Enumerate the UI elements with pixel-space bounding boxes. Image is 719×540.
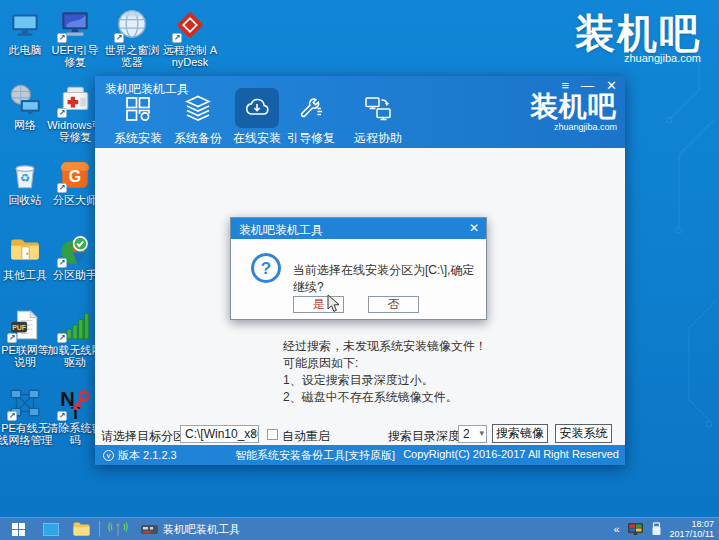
partition-label: 请选择目标分区:	[101, 428, 188, 445]
uefi-repair-icon: ↗	[58, 8, 92, 42]
status-bar: v 版本 2.1.2.3 智能系统安装备份工具[支持原版] CopyRight(…	[95, 445, 625, 465]
partition-pie-icon: ↗	[58, 233, 92, 267]
wrench-icon	[289, 88, 333, 128]
partition-select[interactable]: C:\[Win10_x86	[180, 425, 259, 443]
cloud-download-icon	[235, 88, 279, 128]
app-icon	[141, 523, 158, 536]
shortcut-arrow-icon: ↗	[7, 333, 17, 343]
product-text: 智能系统安装备份工具[支持原版]	[235, 448, 395, 463]
dialog-message: 当前选择在线安装分区为[C:\],确定继续?	[293, 262, 478, 296]
desktop-icon-pe-network-manage[interactable]: ↗ PE有线无线网络管理	[0, 386, 53, 446]
copyright-text: CopyRight(C) 2016-2017 All Right Reserve…	[403, 448, 619, 463]
version-text: 版本 2.1.2.3	[118, 448, 177, 463]
shortcut-arrow-icon: ↗	[57, 411, 67, 421]
shortcut-arrow-icon: ↗	[57, 183, 67, 193]
nav-boot-repair[interactable]: 引导修复	[281, 88, 341, 147]
install-system-button[interactable]: 安装系统	[555, 424, 612, 443]
layers-icon	[176, 88, 220, 128]
signal-bars-icon: ↗	[58, 308, 92, 342]
shortcut-arrow-icon: ↗	[172, 33, 182, 43]
network-nodes-icon: ↗	[8, 386, 42, 420]
circuit-decoration	[619, 0, 719, 517]
tray-expand-icon[interactable]: «	[613, 523, 619, 535]
search-result-message: 经过搜索，未发现系统安装镜像文件！ 可能原因如下: 1、设定搜索目录深度过小。 …	[283, 338, 487, 406]
windows-grid-icon	[116, 88, 160, 128]
repair-kit-icon: ↗	[58, 83, 92, 117]
window-header: 装机吧装机工具 ≡ — ✕ 系统安装 系统备份 在线安装	[95, 76, 625, 148]
shortcut-arrow-icon: ↗	[57, 258, 67, 268]
shortcut-arrow-icon: ↗	[57, 333, 67, 343]
document-puf-icon: PUF ↗	[8, 308, 42, 342]
dialog-title: 装机吧装机工具	[239, 222, 323, 239]
taskbar-app-button[interactable]: 装机吧装机工具	[133, 518, 248, 540]
shortcut-arrow-icon: ↗	[7, 411, 17, 421]
auto-restart-label: 自动重启	[282, 428, 330, 445]
desktop-icon-browser[interactable]: ↗ 世界之窗浏览器	[104, 8, 160, 68]
this-pc-icon	[8, 8, 42, 42]
mouse-cursor	[327, 294, 342, 314]
recycle-bin-icon: ♻	[8, 158, 42, 192]
nt-key-icon: NT ↗	[58, 386, 92, 420]
desktop-icon-other-tools[interactable]: 其他工具	[0, 233, 53, 281]
svg-text:PUF: PUF	[12, 324, 26, 331]
nav-online-install[interactable]: 在线安装	[227, 88, 287, 147]
desktop-icon-pe-network-doc[interactable]: PUF ↗ PE联网等说明	[0, 308, 53, 368]
shortcut-arrow-icon: ↗	[57, 33, 67, 43]
globe-browser-icon: ↗	[115, 8, 149, 42]
taskbar-separator	[99, 521, 100, 537]
wireless-signal-icon[interactable]	[103, 518, 133, 540]
svg-text:♻: ♻	[20, 171, 30, 184]
clock-date: 2017/10/11	[670, 529, 714, 539]
wallpaper-logo-domain: zhuangjiba.com	[575, 52, 701, 64]
auto-restart-checkbox[interactable]	[267, 429, 278, 440]
version-badge-icon: v	[103, 450, 114, 461]
shortcut-arrow-icon: ↗	[114, 33, 124, 43]
no-button[interactable]: 否	[368, 296, 419, 313]
file-explorer-icon[interactable]	[66, 518, 96, 540]
diskgenius-icon: G ↗	[58, 158, 92, 192]
desktop-icon-this-pc[interactable]: 此电脑	[0, 8, 53, 56]
wallpaper-logo: 装机吧 zhuangjiba.com	[575, 12, 701, 64]
depth-select[interactable]: 2	[458, 425, 487, 443]
clock-time: 18:07	[670, 519, 714, 529]
confirm-dialog: 装机吧装机工具 ✕ ? 当前选择在线安装分区为[C:\],确定继续? 是 否	[230, 217, 487, 320]
display-settings-icon[interactable]	[628, 523, 643, 535]
dialog-titlebar: 装机吧装机工具 ✕	[231, 218, 486, 239]
desktop-icon-network[interactable]: 网络	[0, 83, 53, 131]
nav-remote-assist[interactable]: 远程协助	[348, 88, 408, 147]
bottom-controls: 请选择目标分区: C:\[Win10_x86 自动重启 搜索目录深度: 2 搜索…	[95, 424, 625, 446]
anydesk-icon: ↗	[173, 8, 207, 42]
network-icon	[8, 83, 42, 117]
taskbar-clock[interactable]: 18:07 2017/10/11	[670, 519, 714, 539]
wallpaper-logo-text: 装机吧	[575, 12, 701, 54]
desktop-icon-anydesk[interactable]: ↗ 远程控制 AnyDesk	[162, 8, 218, 68]
taskbar: 装机吧装机工具 « 18:07 2017/10/11	[0, 517, 719, 540]
main-window: 装机吧装机工具 ≡ — ✕ 系统安装 系统备份 在线安装	[95, 76, 625, 465]
windows-logo-icon	[12, 523, 25, 536]
search-image-button[interactable]: 搜索镜像	[492, 424, 548, 443]
desktop-icon-uefi-repair[interactable]: ↗ UEFI引导修复	[47, 8, 103, 68]
nav-system-install[interactable]: 系统安装	[108, 88, 168, 147]
depth-label: 搜索目录深度:	[388, 428, 463, 445]
window-logo: 装机吧 zhuangjiba.com	[530, 92, 617, 132]
svg-text:G: G	[69, 168, 81, 185]
taskbar-task-view[interactable]	[36, 518, 66, 540]
usb-device-icon[interactable]	[651, 522, 662, 536]
folder-icon	[8, 233, 42, 267]
start-button[interactable]	[0, 518, 36, 540]
remote-screens-icon	[356, 88, 400, 128]
nav-system-backup[interactable]: 系统备份	[168, 88, 228, 147]
dialog-close-icon[interactable]: ✕	[469, 221, 479, 235]
desktop-icon-recycle-bin[interactable]: ♻ 回收站	[0, 158, 53, 206]
shortcut-arrow-icon: ↗	[57, 108, 67, 118]
system-tray: « 18:07 2017/10/11	[613, 519, 719, 539]
taskbar-app-label: 装机吧装机工具	[163, 522, 240, 537]
question-icon: ?	[251, 253, 281, 283]
